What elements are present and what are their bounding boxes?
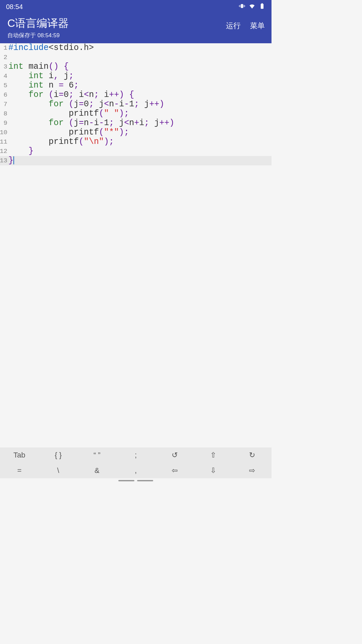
key-semicolon[interactable]: ;	[116, 447, 155, 463]
line-number: 9	[0, 118, 8, 128]
code-line[interactable]: 12 }	[0, 147, 272, 156]
code-editor[interactable]: 1#include<stdio.h>23int main() {4 int i,…	[0, 43, 272, 447]
line-content[interactable]: int main() {	[8, 62, 69, 71]
line-content[interactable]: int i, j;	[8, 71, 74, 81]
svg-rect-1	[240, 5, 240, 7]
code-line[interactable]: 8 printf(" ");	[0, 109, 272, 118]
line-number: 5	[0, 81, 8, 90]
status-icons	[239, 3, 265, 11]
code-line[interactable]: 10 printf("*");	[0, 128, 272, 137]
app-title: C语言编译器	[7, 16, 226, 31]
key-left[interactable]: ⇦	[155, 463, 194, 478]
line-content[interactable]: #include<stdio.h>	[8, 43, 94, 53]
code-line[interactable]: 1#include<stdio.h>	[0, 43, 272, 53]
code-line[interactable]: 5 int n = 6;	[0, 81, 272, 90]
app-header: C语言编译器 自动保存于 08:54:59 运行 菜单	[0, 13, 272, 43]
svg-rect-6	[261, 3, 262, 4]
line-number: 13	[0, 156, 8, 165]
key-right[interactable]: ⇨	[233, 463, 272, 478]
code-line[interactable]: 4 int i, j;	[0, 71, 272, 81]
svg-rect-0	[241, 4, 243, 8]
line-content[interactable]: printf("\n");	[8, 137, 114, 147]
line-number: 3	[0, 62, 8, 71]
line-number: 1	[0, 43, 8, 53]
wifi-icon	[249, 3, 255, 11]
menu-button[interactable]: 菜单	[250, 21, 265, 31]
svg-rect-5	[261, 4, 263, 9]
toolbar-row-1: Tab{ }“ ”;↺⇧↻	[0, 447, 272, 463]
svg-rect-3	[239, 5, 239, 6]
toolbar-row-2: =\&,⇦⇩⇨	[0, 463, 272, 478]
nav-bar	[0, 478, 272, 483]
line-content[interactable]: }	[8, 156, 14, 165]
line-content[interactable]: }	[8, 147, 34, 156]
key-undo[interactable]: ↺	[155, 447, 194, 463]
code-line[interactable]: 13}	[0, 156, 272, 165]
key-redo[interactable]: ↻	[233, 447, 272, 463]
line-content[interactable]: for (j=0; j<n-i-1; j++)	[8, 100, 164, 109]
line-number: 11	[0, 137, 8, 147]
key-braces[interactable]: { }	[39, 447, 78, 463]
key-quotes[interactable]: “ ”	[77, 447, 116, 463]
status-bar: 08:54	[0, 0, 272, 13]
run-button[interactable]: 运行	[226, 21, 241, 31]
line-content[interactable]: printf("*");	[8, 128, 129, 137]
line-number: 8	[0, 109, 8, 118]
code-line[interactable]: 11 printf("\n");	[0, 137, 272, 147]
symbol-toolbar: Tab{ }“ ”;↺⇧↻ =\&,⇦⇩⇨	[0, 447, 272, 478]
key-backslash[interactable]: \	[39, 463, 78, 478]
cursor	[13, 156, 14, 164]
svg-rect-2	[244, 5, 244, 7]
line-number: 7	[0, 100, 8, 109]
key-shift[interactable]: ⇧	[194, 447, 233, 463]
autosave-subtitle: 自动保存于 08:54:59	[7, 32, 226, 39]
status-time: 08:54	[6, 3, 23, 11]
nav-pill[interactable]	[118, 480, 134, 481]
line-content[interactable]: for (i=0; i<n; i++) {	[8, 90, 134, 100]
line-number: 6	[0, 90, 8, 100]
line-number: 2	[0, 53, 8, 62]
code-line[interactable]: 9 for (j=n-i-1; j<n+i; j++)	[0, 118, 272, 128]
key-ampersand[interactable]: &	[77, 463, 116, 478]
code-line[interactable]: 2	[0, 53, 272, 62]
battery-icon	[259, 3, 265, 11]
line-number: 12	[0, 147, 8, 156]
line-content[interactable]: int n = 6;	[8, 81, 79, 90]
key-equals[interactable]: =	[0, 463, 39, 478]
key-comma[interactable]: ,	[116, 463, 155, 478]
line-content[interactable]: for (j=n-i-1; j<n+i; j++)	[8, 118, 174, 128]
vibrate-icon	[239, 3, 245, 11]
line-content[interactable]: printf(" ");	[8, 109, 129, 118]
key-down[interactable]: ⇩	[194, 463, 233, 478]
line-number: 10	[0, 128, 8, 137]
line-number: 4	[0, 71, 8, 81]
code-line[interactable]: 7 for (j=0; j<n-i-1; j++)	[0, 100, 272, 109]
code-line[interactable]: 6 for (i=0; i<n; i++) {	[0, 90, 272, 100]
line-content[interactable]	[8, 53, 8, 62]
nav-pill[interactable]	[137, 480, 153, 481]
code-line[interactable]: 3int main() {	[0, 62, 272, 71]
key-tab[interactable]: Tab	[0, 447, 39, 463]
svg-rect-4	[245, 5, 245, 6]
